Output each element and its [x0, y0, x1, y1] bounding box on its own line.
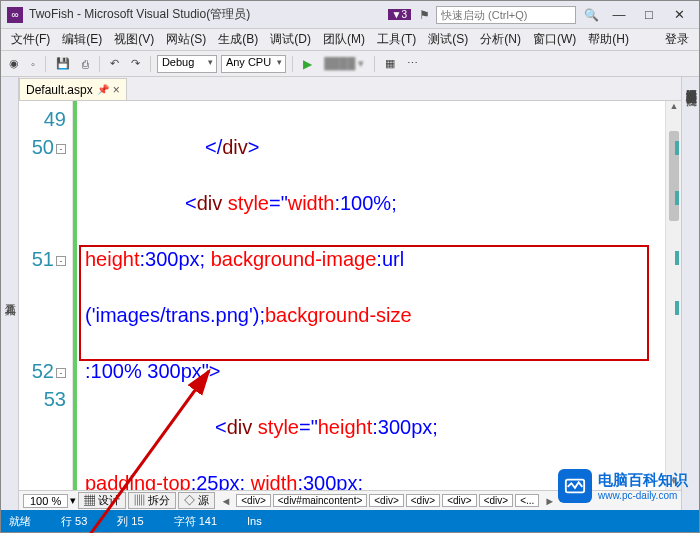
code-text[interactable]: </div> <div style="width:100%; height:30…: [73, 101, 665, 490]
document-tab-bar: Default.aspx 📌 ×: [19, 77, 681, 101]
redo-icon[interactable]: ↷: [127, 55, 144, 72]
watermark-title: 电脑百科知识: [598, 471, 688, 490]
zoom-dropdown[interactable]: 100 %: [23, 494, 68, 508]
editor-pane: Default.aspx 📌 × 49 50- 51- 52-: [19, 77, 681, 510]
status-bar: 就绪 行 53 列 15 字符 141 Ins: [1, 510, 699, 532]
scroll-mark: [675, 301, 679, 315]
toolbox-rail[interactable]: 工具箱: [1, 77, 19, 510]
menu-team[interactable]: 团队(M): [317, 31, 371, 48]
watermark: 电脑百科知识 www.pc-daily.com: [558, 469, 688, 503]
tab-label: Default.aspx: [26, 83, 93, 97]
toolbar: ◉ ◦ 💾 ⎙ ↶ ↷ Debug Any CPU ▶ ████ ▾ ▦ ⋯: [1, 51, 699, 77]
save-all-icon[interactable]: ⎙: [78, 56, 93, 72]
breadcrumb-item[interactable]: <div>: [236, 494, 270, 507]
maximize-button[interactable]: □: [635, 5, 663, 25]
close-button[interactable]: ✕: [665, 5, 693, 25]
platform-dropdown[interactable]: Any CPU: [221, 55, 286, 73]
body-area: 工具箱 Default.aspx 📌 × 49 50- 51-: [1, 77, 699, 510]
design-view-button[interactable]: ▦ 设计: [78, 492, 126, 509]
menu-window[interactable]: 窗口(W): [527, 31, 582, 48]
vs-logo-icon: ∞: [7, 7, 23, 23]
tab-close-icon[interactable]: ×: [113, 83, 120, 97]
code-editor[interactable]: 49 50- 51- 52- 53 </div> <div style="wid…: [19, 101, 681, 490]
split-view-button[interactable]: ▥ 拆分: [128, 492, 176, 509]
fold-icon[interactable]: -: [56, 144, 66, 154]
menu-tools[interactable]: 工具(T): [371, 31, 422, 48]
menu-build[interactable]: 生成(B): [212, 31, 264, 48]
flag-icon[interactable]: ⚑: [419, 8, 430, 22]
menu-file[interactable]: 文件(F): [5, 31, 56, 48]
status-char: 字符 141: [174, 514, 217, 529]
line-number-gutter: 49 50- 51- 52- 53: [19, 101, 73, 490]
menu-help[interactable]: 帮助(H): [582, 31, 635, 48]
minimize-button[interactable]: —: [605, 5, 633, 25]
breadcrumb-item[interactable]: <div>: [369, 494, 403, 507]
save-icon[interactable]: 💾: [52, 55, 74, 72]
tool-icon-2[interactable]: ⋯: [403, 55, 422, 72]
right-rail[interactable]: 解决方案资源管理器 团队资源管理器 属性: [681, 77, 699, 510]
menu-test[interactable]: 测试(S): [422, 31, 474, 48]
quick-launch-input[interactable]: [436, 6, 576, 24]
watermark-url: www.pc-daily.com: [598, 490, 688, 501]
breadcrumb-item[interactable]: <div>: [479, 494, 513, 507]
status-line: 行 53: [61, 514, 87, 529]
fold-icon[interactable]: -: [56, 256, 66, 266]
sign-in-link[interactable]: 登录: [659, 31, 695, 48]
breadcrumb-item[interactable]: <div>: [442, 494, 476, 507]
config-dropdown[interactable]: Debug: [157, 55, 217, 73]
nav-fwd-icon[interactable]: ◦: [27, 56, 39, 72]
title-bar: ∞ TwoFish - Microsoft Visual Studio(管理员)…: [1, 1, 699, 29]
nav-left-icon[interactable]: ◄: [217, 495, 234, 507]
source-view-button[interactable]: ◇ 源: [178, 492, 215, 509]
nav-back-icon[interactable]: ◉: [5, 55, 23, 72]
scroll-up-icon[interactable]: ▲: [666, 101, 682, 115]
breadcrumb-item[interactable]: <...: [515, 494, 539, 507]
menu-analyze[interactable]: 分析(N): [474, 31, 527, 48]
vertical-scrollbar[interactable]: ▲ ▼: [665, 101, 681, 490]
scroll-mark: [675, 141, 679, 155]
pin-icon[interactable]: 📌: [97, 84, 109, 95]
search-icon[interactable]: 🔍: [584, 8, 599, 22]
fold-icon[interactable]: -: [56, 368, 66, 378]
breadcrumb-item[interactable]: <div#maincontent>: [273, 494, 368, 507]
start-debug-button[interactable]: ▶: [299, 55, 316, 73]
window-title: TwoFish - Microsoft Visual Studio(管理员): [29, 6, 388, 23]
menu-website[interactable]: 网站(S): [160, 31, 212, 48]
browser-dropdown-icon[interactable]: ████ ▾: [320, 55, 368, 72]
document-tab[interactable]: Default.aspx 📌 ×: [19, 78, 127, 100]
status-ready: 就绪: [9, 514, 31, 529]
scroll-mark: [675, 191, 679, 205]
menu-bar: 文件(F) 编辑(E) 视图(V) 网站(S) 生成(B) 调试(D) 团队(M…: [1, 29, 699, 51]
menu-debug[interactable]: 调试(D): [264, 31, 317, 48]
notification-badge[interactable]: ▼3: [388, 9, 411, 20]
tool-icon[interactable]: ▦: [381, 55, 399, 72]
status-col: 列 15: [117, 514, 143, 529]
watermark-logo-icon: [558, 469, 592, 503]
undo-icon[interactable]: ↶: [106, 55, 123, 72]
scroll-mark: [675, 251, 679, 265]
breadcrumb-item[interactable]: <div>: [406, 494, 440, 507]
status-ins: Ins: [247, 515, 262, 527]
menu-view[interactable]: 视图(V): [108, 31, 160, 48]
vs-window: ∞ TwoFish - Microsoft Visual Studio(管理员)…: [0, 0, 700, 533]
menu-edit[interactable]: 编辑(E): [56, 31, 108, 48]
nav-right-icon[interactable]: ►: [541, 495, 558, 507]
